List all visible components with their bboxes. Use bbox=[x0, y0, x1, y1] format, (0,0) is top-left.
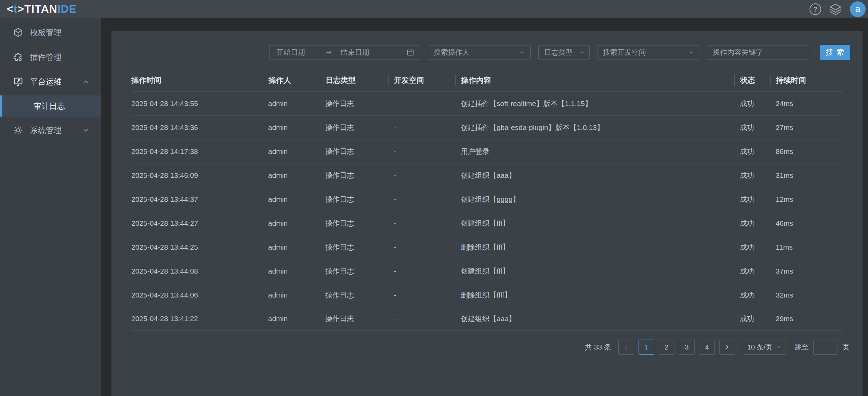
cell-space: - bbox=[388, 243, 455, 251]
audit-log-panel: 开始日期 → 结束日期 搜索操作人 日志类型 搜索开发空间 bbox=[111, 31, 863, 396]
chevron-down-icon bbox=[578, 49, 585, 56]
cell-content: 创建组织【gggg】 bbox=[455, 195, 734, 204]
calendar-icon bbox=[406, 48, 415, 56]
help-icon[interactable]: ? bbox=[810, 3, 821, 15]
sidebar-item-label: 模板管理 bbox=[30, 27, 62, 38]
cell-status: 成功 bbox=[734, 242, 770, 252]
chevron-down-icon bbox=[519, 49, 526, 56]
page-size-value: 10 条/页 bbox=[747, 343, 772, 352]
cell-time: 2025-04-28 13:41:22 bbox=[131, 315, 263, 323]
cell-status: 成功 bbox=[734, 195, 770, 204]
logo-t: t bbox=[14, 3, 18, 15]
keyword-field-wrap bbox=[707, 45, 809, 60]
puzzle-icon bbox=[13, 52, 23, 62]
cell-type: 操作日志 bbox=[320, 195, 388, 204]
gear-icon bbox=[13, 125, 23, 135]
logo-bracket-left: < bbox=[7, 3, 14, 15]
col-header-user: 操作人 bbox=[263, 75, 320, 86]
page-button-1[interactable]: 1 bbox=[639, 340, 654, 355]
workspace-placeholder: 搜索开发空间 bbox=[603, 48, 646, 57]
chevron-down-icon bbox=[687, 49, 694, 56]
cell-user: admin bbox=[263, 315, 320, 323]
page-button-2[interactable]: 2 bbox=[659, 340, 674, 355]
jump-suffix-label: 页 bbox=[842, 342, 850, 352]
next-page-button[interactable] bbox=[719, 340, 735, 355]
cell-status: 成功 bbox=[734, 123, 770, 132]
table-row: 2025-04-28 13:44:06 admin 操作日志 - 删除组织【ff… bbox=[131, 283, 843, 307]
cell-user: admin bbox=[263, 123, 320, 132]
cell-user: admin bbox=[263, 243, 320, 251]
col-header-status: 状态 bbox=[734, 75, 770, 86]
prev-page-button[interactable] bbox=[618, 340, 634, 355]
cell-space: - bbox=[388, 171, 455, 180]
page-button-3[interactable]: 3 bbox=[679, 340, 695, 355]
keyword-input[interactable] bbox=[707, 45, 809, 59]
cell-duration: 24ms bbox=[770, 100, 843, 108]
table-row: 2025-04-28 13:41:22 admin 操作日志 - 创建组织【aa… bbox=[131, 307, 843, 331]
table-row: 2025-04-28 13:44:08 admin 操作日志 - 创建组织【ff… bbox=[131, 259, 843, 283]
table-row: 2025-04-28 13:44:25 admin 操作日志 - 删除组织【ff… bbox=[131, 235, 843, 259]
chevron-up-icon bbox=[82, 78, 90, 85]
logo-bracket-right: > bbox=[17, 3, 24, 15]
date-start-placeholder: 开始日期 bbox=[276, 48, 305, 57]
cell-user: admin bbox=[263, 267, 320, 275]
monitor-wrench-icon bbox=[13, 77, 23, 87]
cell-time: 2025-04-28 14:43:36 bbox=[131, 123, 263, 132]
operator-placeholder: 搜索操作人 bbox=[434, 48, 470, 57]
col-header-time: 操作时间 bbox=[131, 75, 263, 86]
cell-status: 成功 bbox=[734, 290, 770, 300]
cell-time: 2025-04-28 13:44:25 bbox=[131, 243, 263, 251]
cell-time: 2025-04-28 13:44:27 bbox=[131, 219, 263, 227]
cell-user: admin bbox=[263, 291, 320, 299]
page-size-select[interactable]: 10 条/页 bbox=[743, 340, 786, 355]
workspace-select[interactable]: 搜索开发空间 bbox=[597, 45, 699, 60]
sidebar-item-system-management[interactable]: 系统管理 bbox=[0, 118, 101, 143]
app-logo[interactable]: <t>TITANIDE bbox=[7, 3, 77, 15]
operator-select[interactable]: 搜索操作人 bbox=[428, 45, 531, 60]
total-count: 共 33 条 bbox=[585, 342, 611, 352]
cell-space: - bbox=[388, 267, 455, 275]
table-row: 2025-04-28 13:44:37 admin 操作日志 - 创建组织【gg… bbox=[131, 187, 843, 211]
page-button-4[interactable]: 4 bbox=[699, 340, 715, 355]
chevron-down-icon bbox=[82, 127, 90, 134]
avatar-initial: a bbox=[855, 4, 860, 14]
sidebar-item-plugin-management[interactable]: 插件管理 bbox=[0, 45, 101, 69]
sidebar-item-template-management[interactable]: 模板管理 bbox=[0, 20, 101, 45]
cell-user: admin bbox=[263, 147, 320, 156]
date-arrow: → bbox=[326, 48, 332, 56]
table-row: 2025-04-28 13:44:27 admin 操作日志 - 创建组织【ff… bbox=[131, 211, 843, 235]
jump-page-input[interactable] bbox=[813, 340, 838, 355]
cell-space: - bbox=[388, 100, 455, 108]
cell-type: 操作日志 bbox=[320, 147, 388, 156]
cell-duration: 37ms bbox=[770, 267, 843, 275]
cell-space: - bbox=[388, 147, 455, 156]
cell-duration: 31ms bbox=[770, 171, 843, 180]
cell-type: 操作日志 bbox=[320, 219, 388, 228]
cell-space: - bbox=[388, 195, 455, 203]
audit-log-table: 操作时间 操作人 日志类型 开发空间 操作内容 状态 持续时间 2025-04-… bbox=[131, 69, 843, 331]
search-button[interactable]: 搜 索 bbox=[820, 45, 850, 60]
cell-content: 用户登录 bbox=[455, 147, 734, 156]
cell-type: 操作日志 bbox=[320, 266, 388, 276]
cell-duration: 32ms bbox=[770, 291, 843, 299]
log-type-select[interactable]: 日志类型 bbox=[538, 45, 590, 60]
cell-duration: 27ms bbox=[770, 123, 843, 132]
jump-prefix-label: 跳至 bbox=[794, 342, 809, 352]
date-range-picker[interactable]: 开始日期 → 结束日期 bbox=[269, 45, 420, 60]
sidebar-item-audit-log[interactable]: 审计日志 bbox=[0, 95, 101, 117]
cell-time: 2025-04-28 13:44:06 bbox=[131, 291, 263, 299]
cell-space: - bbox=[388, 291, 455, 299]
avatar[interactable]: a bbox=[850, 1, 866, 17]
cell-time: 2025-04-28 13:46:09 bbox=[131, 171, 263, 180]
cell-type: 操作日志 bbox=[320, 123, 388, 132]
table-row: 2025-04-28 14:43:36 admin 操作日志 - 创建插件【gb… bbox=[131, 115, 843, 139]
chevron-down-icon bbox=[775, 344, 781, 350]
topbar-actions: ? a bbox=[810, 1, 866, 17]
date-end-placeholder: 结束日期 bbox=[341, 48, 369, 57]
cell-status: 成功 bbox=[734, 147, 770, 156]
cell-type: 操作日志 bbox=[320, 99, 388, 108]
layers-icon[interactable] bbox=[829, 2, 842, 16]
chevron-left-icon bbox=[623, 344, 629, 350]
cell-duration: 11ms bbox=[770, 243, 843, 251]
sidebar-item-platform-ops[interactable]: 平台运维 bbox=[0, 69, 101, 94]
